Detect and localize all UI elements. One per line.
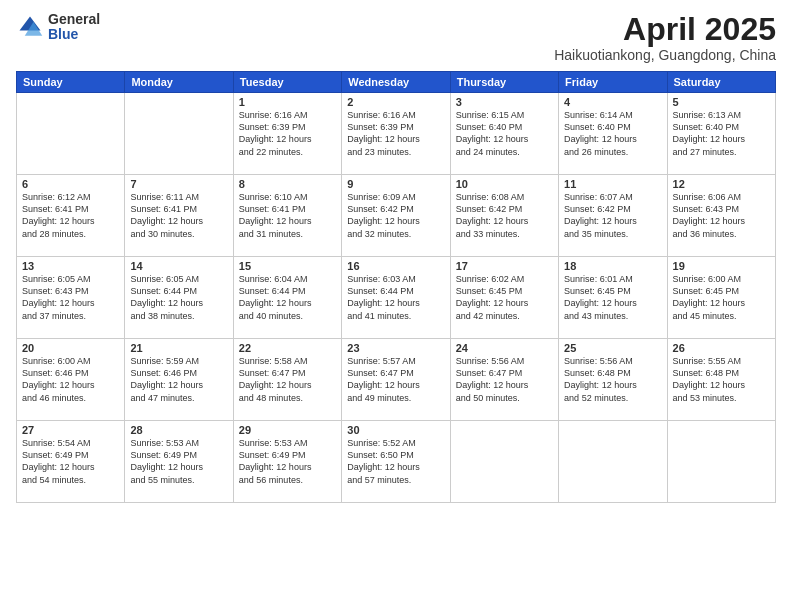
day-number: 26 [673, 342, 770, 354]
table-row: 8Sunrise: 6:10 AM Sunset: 6:41 PM Daylig… [233, 175, 341, 257]
day-number: 22 [239, 342, 336, 354]
day-number: 15 [239, 260, 336, 272]
day-number: 25 [564, 342, 661, 354]
day-number: 7 [130, 178, 227, 190]
table-row: 17Sunrise: 6:02 AM Sunset: 6:45 PM Dayli… [450, 257, 558, 339]
table-row [667, 421, 775, 503]
day-info: Sunrise: 5:54 AM Sunset: 6:49 PM Dayligh… [22, 437, 119, 486]
month-title: April 2025 [554, 12, 776, 47]
col-sunday: Sunday [17, 72, 125, 93]
logo-general: General [48, 12, 100, 27]
table-row [17, 93, 125, 175]
table-row: 30Sunrise: 5:52 AM Sunset: 6:50 PM Dayli… [342, 421, 450, 503]
logo-icon [16, 13, 44, 41]
day-number: 19 [673, 260, 770, 272]
table-row: 23Sunrise: 5:57 AM Sunset: 6:47 PM Dayli… [342, 339, 450, 421]
table-row: 21Sunrise: 5:59 AM Sunset: 6:46 PM Dayli… [125, 339, 233, 421]
day-info: Sunrise: 5:56 AM Sunset: 6:47 PM Dayligh… [456, 355, 553, 404]
page: General Blue April 2025 Haikuotiankong, … [0, 0, 792, 612]
day-number: 4 [564, 96, 661, 108]
day-info: Sunrise: 6:16 AM Sunset: 6:39 PM Dayligh… [239, 109, 336, 158]
col-thursday: Thursday [450, 72, 558, 93]
table-row: 4Sunrise: 6:14 AM Sunset: 6:40 PM Daylig… [559, 93, 667, 175]
day-info: Sunrise: 6:01 AM Sunset: 6:45 PM Dayligh… [564, 273, 661, 322]
calendar-body: 1Sunrise: 6:16 AM Sunset: 6:39 PM Daylig… [17, 93, 776, 503]
location: Haikuotiankong, Guangdong, China [554, 47, 776, 63]
table-row: 27Sunrise: 5:54 AM Sunset: 6:49 PM Dayli… [17, 421, 125, 503]
day-number: 24 [456, 342, 553, 354]
day-number: 14 [130, 260, 227, 272]
calendar-header: Sunday Monday Tuesday Wednesday Thursday… [17, 72, 776, 93]
table-row: 11Sunrise: 6:07 AM Sunset: 6:42 PM Dayli… [559, 175, 667, 257]
day-info: Sunrise: 6:00 AM Sunset: 6:45 PM Dayligh… [673, 273, 770, 322]
day-info: Sunrise: 6:04 AM Sunset: 6:44 PM Dayligh… [239, 273, 336, 322]
col-monday: Monday [125, 72, 233, 93]
day-number: 12 [673, 178, 770, 190]
day-info: Sunrise: 6:07 AM Sunset: 6:42 PM Dayligh… [564, 191, 661, 240]
table-row: 28Sunrise: 5:53 AM Sunset: 6:49 PM Dayli… [125, 421, 233, 503]
day-number: 2 [347, 96, 444, 108]
table-row: 15Sunrise: 6:04 AM Sunset: 6:44 PM Dayli… [233, 257, 341, 339]
day-info: Sunrise: 6:11 AM Sunset: 6:41 PM Dayligh… [130, 191, 227, 240]
table-row: 1Sunrise: 6:16 AM Sunset: 6:39 PM Daylig… [233, 93, 341, 175]
day-info: Sunrise: 6:05 AM Sunset: 6:43 PM Dayligh… [22, 273, 119, 322]
day-info: Sunrise: 6:08 AM Sunset: 6:42 PM Dayligh… [456, 191, 553, 240]
day-number: 13 [22, 260, 119, 272]
day-number: 3 [456, 96, 553, 108]
day-number: 21 [130, 342, 227, 354]
table-row: 14Sunrise: 6:05 AM Sunset: 6:44 PM Dayli… [125, 257, 233, 339]
table-row: 10Sunrise: 6:08 AM Sunset: 6:42 PM Dayli… [450, 175, 558, 257]
table-row: 7Sunrise: 6:11 AM Sunset: 6:41 PM Daylig… [125, 175, 233, 257]
table-row [450, 421, 558, 503]
day-number: 11 [564, 178, 661, 190]
day-number: 23 [347, 342, 444, 354]
day-info: Sunrise: 6:03 AM Sunset: 6:44 PM Dayligh… [347, 273, 444, 322]
day-number: 27 [22, 424, 119, 436]
day-info: Sunrise: 5:57 AM Sunset: 6:47 PM Dayligh… [347, 355, 444, 404]
table-row: 20Sunrise: 6:00 AM Sunset: 6:46 PM Dayli… [17, 339, 125, 421]
day-number: 18 [564, 260, 661, 272]
day-info: Sunrise: 5:55 AM Sunset: 6:48 PM Dayligh… [673, 355, 770, 404]
day-number: 1 [239, 96, 336, 108]
table-row: 12Sunrise: 6:06 AM Sunset: 6:43 PM Dayli… [667, 175, 775, 257]
day-info: Sunrise: 5:58 AM Sunset: 6:47 PM Dayligh… [239, 355, 336, 404]
table-row: 5Sunrise: 6:13 AM Sunset: 6:40 PM Daylig… [667, 93, 775, 175]
table-row: 6Sunrise: 6:12 AM Sunset: 6:41 PM Daylig… [17, 175, 125, 257]
day-number: 17 [456, 260, 553, 272]
calendar: Sunday Monday Tuesday Wednesday Thursday… [16, 71, 776, 503]
day-info: Sunrise: 5:56 AM Sunset: 6:48 PM Dayligh… [564, 355, 661, 404]
table-row: 9Sunrise: 6:09 AM Sunset: 6:42 PM Daylig… [342, 175, 450, 257]
table-row: 2Sunrise: 6:16 AM Sunset: 6:39 PM Daylig… [342, 93, 450, 175]
col-saturday: Saturday [667, 72, 775, 93]
weekday-row: Sunday Monday Tuesday Wednesday Thursday… [17, 72, 776, 93]
day-number: 9 [347, 178, 444, 190]
day-info: Sunrise: 6:00 AM Sunset: 6:46 PM Dayligh… [22, 355, 119, 404]
day-info: Sunrise: 5:53 AM Sunset: 6:49 PM Dayligh… [130, 437, 227, 486]
day-number: 16 [347, 260, 444, 272]
col-tuesday: Tuesday [233, 72, 341, 93]
day-info: Sunrise: 6:16 AM Sunset: 6:39 PM Dayligh… [347, 109, 444, 158]
day-info: Sunrise: 5:52 AM Sunset: 6:50 PM Dayligh… [347, 437, 444, 486]
table-row: 29Sunrise: 5:53 AM Sunset: 6:49 PM Dayli… [233, 421, 341, 503]
logo: General Blue [16, 12, 100, 43]
table-row: 18Sunrise: 6:01 AM Sunset: 6:45 PM Dayli… [559, 257, 667, 339]
table-row [125, 93, 233, 175]
day-info: Sunrise: 6:10 AM Sunset: 6:41 PM Dayligh… [239, 191, 336, 240]
day-number: 5 [673, 96, 770, 108]
day-info: Sunrise: 6:09 AM Sunset: 6:42 PM Dayligh… [347, 191, 444, 240]
table-row: 13Sunrise: 6:05 AM Sunset: 6:43 PM Dayli… [17, 257, 125, 339]
day-info: Sunrise: 6:13 AM Sunset: 6:40 PM Dayligh… [673, 109, 770, 158]
col-friday: Friday [559, 72, 667, 93]
day-info: Sunrise: 5:59 AM Sunset: 6:46 PM Dayligh… [130, 355, 227, 404]
table-row: 19Sunrise: 6:00 AM Sunset: 6:45 PM Dayli… [667, 257, 775, 339]
day-number: 28 [130, 424, 227, 436]
table-row: 26Sunrise: 5:55 AM Sunset: 6:48 PM Dayli… [667, 339, 775, 421]
col-wednesday: Wednesday [342, 72, 450, 93]
logo-text: General Blue [48, 12, 100, 43]
day-number: 6 [22, 178, 119, 190]
logo-blue: Blue [48, 27, 100, 42]
day-number: 8 [239, 178, 336, 190]
title-block: April 2025 Haikuotiankong, Guangdong, Ch… [554, 12, 776, 63]
table-row: 25Sunrise: 5:56 AM Sunset: 6:48 PM Dayli… [559, 339, 667, 421]
day-info: Sunrise: 5:53 AM Sunset: 6:49 PM Dayligh… [239, 437, 336, 486]
